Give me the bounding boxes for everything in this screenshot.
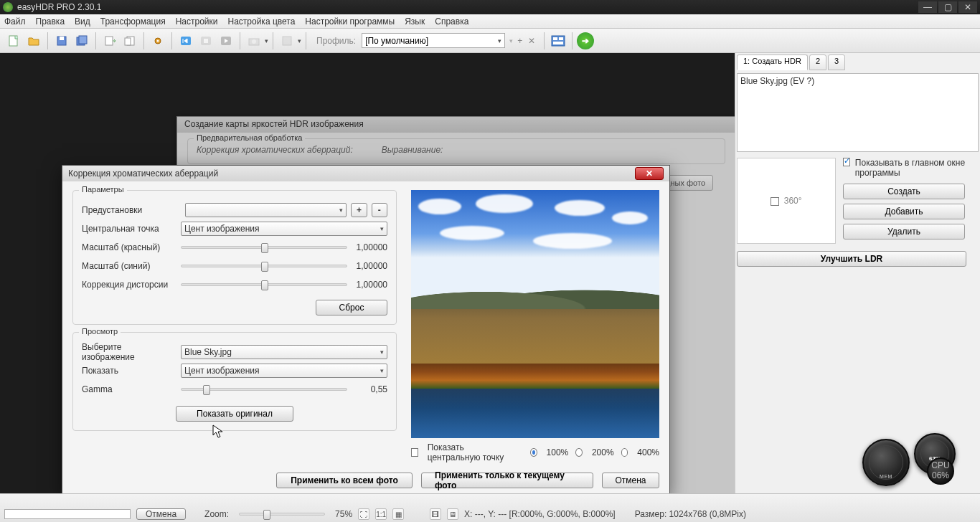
distort-slider[interactable] — [181, 283, 347, 286]
select-img-label: Выберите изображение — [82, 342, 176, 362]
menu-settings[interactable]: Настройки — [176, 16, 218, 27]
progress-bar — [4, 509, 131, 519]
layout-icon[interactable] — [549, 32, 567, 50]
import-icon[interactable] — [100, 32, 119, 50]
new-icon[interactable] — [4, 32, 23, 50]
menu-help[interactable]: Справка — [435, 16, 468, 27]
show-center-checkbox[interactable] — [411, 448, 418, 457]
menu-edit[interactable]: Правка — [36, 16, 65, 27]
stop-icon[interactable] — [197, 32, 215, 50]
scale-b-slider[interactable] — [181, 265, 347, 267]
dialog-titlebar: Коррекция хроматических аберраций ✕ — [62, 166, 669, 181]
zoom-100-radio[interactable] — [530, 448, 537, 457]
toolbar: ▾ ▾ Профиль: [По умолчанию]▾ ▾ + ✕ ➔ — [0, 29, 980, 53]
menubar: Файл Правка Вид Трансформация Настройки … — [0, 14, 980, 29]
dialog-close-button[interactable]: ✕ — [635, 167, 664, 180]
scale-b-value: 1,00000 — [356, 261, 387, 271]
center-label: Центральная точка — [82, 224, 176, 234]
svg-rect-16 — [283, 37, 291, 45]
preset-select[interactable]: ▾ — [185, 203, 347, 217]
coords-label: X: ---, Y: --- [R:000%, G:000%, B:000%] — [464, 509, 616, 519]
mem-gauge: MEM — [862, 439, 910, 486]
play-icon[interactable] — [217, 32, 235, 50]
apply-all-button[interactable]: Применить ко всем фото — [276, 473, 413, 488]
apply-one-button[interactable]: Применить только к текущему фото — [421, 473, 593, 488]
scale-r-slider[interactable] — [181, 246, 347, 249]
menu-file[interactable]: Файл — [4, 16, 26, 27]
menu-color[interactable]: Настройка цвета — [227, 16, 295, 27]
zoom-200-radio[interactable] — [575, 448, 583, 457]
gamma-label: Gamma — [82, 384, 172, 394]
statusbar: Отмена Zoom: 75% ⛶ 1:1 ▦ 🎞 🖥 X: ---, Y: … — [0, 493, 980, 522]
params-group-title: Параметры — [79, 185, 127, 194]
tab-3[interactable]: 3 — [828, 54, 845, 70]
file-list[interactable]: Blue Sky.jpg (EV ?) — [737, 73, 979, 152]
show-main-checkbox[interactable] — [843, 158, 850, 166]
svg-point-15 — [252, 39, 256, 44]
open-icon[interactable] — [24, 32, 43, 50]
enhance-ldr-button[interactable]: Улучшить LDR — [737, 251, 966, 267]
close-button[interactable]: ✕ — [958, 1, 977, 13]
titlebar: easyHDR PRO 2.30.1 — ▢ ✕ — [0, 0, 980, 14]
preset-add-button[interactable]: + — [351, 203, 367, 217]
disk-icon[interactable] — [278, 32, 296, 50]
save-icon[interactable] — [52, 32, 71, 50]
rewind-icon[interactable] — [176, 32, 195, 50]
delete-button[interactable]: Удалить — [843, 224, 965, 239]
profile-label: Профиль: — [316, 36, 356, 46]
show-select[interactable]: Цент изображения▾ — [181, 364, 387, 378]
add-button[interactable]: Добавить — [843, 204, 965, 219]
tab-1[interactable]: 1: Создать HDR — [737, 54, 808, 70]
disk-dropdown-icon[interactable]: ▾ — [298, 37, 301, 44]
size-label: Размер: 1024x768 (0,8MPix) — [635, 509, 746, 519]
profile-select[interactable]: [По умолчанию]▾ — [362, 33, 505, 48]
svg-rect-12 — [204, 39, 208, 43]
profile-prev-icon[interactable]: ▾ — [509, 37, 513, 44]
gamma-slider[interactable] — [181, 388, 347, 391]
create-button[interactable]: Создать — [843, 184, 965, 199]
gamma-value: 0,55 — [356, 384, 387, 394]
center-select[interactable]: Цент изображения▾ — [181, 222, 387, 236]
svg-rect-18 — [553, 37, 557, 40]
status-cancel-button[interactable]: Отмена — [136, 508, 186, 520]
menu-view[interactable]: Вид — [75, 16, 90, 27]
file-list-item[interactable]: Blue Sky.jpg (EV ?) — [740, 76, 975, 86]
menu-lang[interactable]: Язык — [405, 16, 425, 27]
select-img-select[interactable]: Blue Sky.jpg▾ — [181, 345, 387, 359]
distort-label: Коррекция дисторсии — [82, 280, 172, 290]
minimize-button[interactable]: — — [918, 1, 937, 13]
save-all-icon[interactable] — [72, 32, 91, 50]
deg360-checkbox[interactable] — [771, 197, 779, 206]
go-icon[interactable]: ➔ — [577, 32, 594, 49]
svg-rect-2 — [60, 37, 64, 40]
menu-program[interactable]: Настройки программы — [305, 16, 395, 27]
monitor-icon[interactable]: 🖥 — [447, 508, 458, 520]
preview-image — [411, 190, 659, 438]
show-original-button[interactable]: Показать оригинал — [176, 406, 293, 422]
reset-button[interactable]: Сброс — [316, 300, 387, 315]
distort-value: 1,00000 — [356, 280, 387, 290]
zoom-400-radio[interactable] — [621, 448, 628, 457]
actual-icon[interactable]: 1:1 — [375, 508, 387, 520]
film-icon[interactable]: 🎞 — [430, 508, 441, 520]
menu-transform[interactable]: Трансформация — [100, 16, 166, 27]
preset-remove-button[interactable]: - — [372, 203, 387, 217]
scale-r-value: 1,00000 — [356, 242, 387, 252]
gear-icon[interactable] — [149, 32, 167, 50]
canvas-area: Создание карты яркостей HDR изображения … — [0, 53, 735, 493]
camera-dropdown-icon[interactable]: ▾ — [265, 37, 268, 44]
scale-b-label: Масштаб (синий) — [82, 261, 172, 271]
export-icon[interactable] — [121, 32, 139, 50]
tab-2[interactable]: 2 — [809, 54, 826, 70]
svg-rect-4 — [79, 36, 87, 44]
zoom-slider[interactable] — [239, 513, 325, 516]
fit-icon[interactable]: ⛶ — [358, 508, 369, 520]
profile-add-icon[interactable]: + — [517, 36, 522, 46]
grid-icon[interactable]: ▦ — [392, 508, 404, 520]
maximize-button[interactable]: ▢ — [938, 1, 957, 13]
profile-del-icon[interactable]: ✕ — [528, 36, 535, 46]
svg-point-9 — [157, 39, 159, 42]
camera-icon[interactable] — [245, 32, 263, 50]
cpu-gauge: CPU06% — [927, 457, 954, 485]
dialog-cancel-button[interactable]: Отмена — [602, 473, 659, 488]
